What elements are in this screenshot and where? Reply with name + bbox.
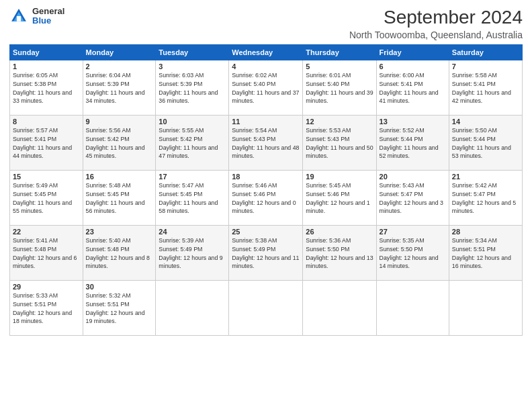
day-number: 24 — [159, 228, 226, 236]
day-number: 1 — [13, 62, 80, 71]
subtitle: North Toowoomba, Queensland, Australia — [349, 30, 523, 40]
day-info: Sunrise: 5:57 AMSunset: 5:41 PMDaylight:… — [13, 127, 72, 159]
table-row: 4 Sunrise: 6:02 AMSunset: 5:40 PMDayligh… — [229, 60, 303, 116]
day-number: 14 — [452, 118, 519, 126]
calendar-week-4: 22 Sunrise: 5:41 AMSunset: 5:48 PMDaylig… — [10, 226, 523, 281]
day-info: Sunrise: 5:33 AMSunset: 5:51 PMDaylight:… — [13, 292, 72, 324]
day-number: 27 — [380, 228, 446, 236]
day-info: Sunrise: 5:41 AMSunset: 5:48 PMDaylight:… — [13, 237, 77, 269]
page: General Blue September 2024 North Toowoo… — [0, 0, 532, 411]
table-row — [156, 281, 229, 336]
table-row: 29 Sunrise: 5:33 AMSunset: 5:51 PMDaylig… — [10, 281, 83, 336]
day-number: 16 — [86, 173, 153, 181]
logo-text: General Blue — [32, 7, 64, 26]
day-number: 4 — [232, 62, 300, 71]
table-row: 17 Sunrise: 5:47 AMSunset: 5:45 PMDaylig… — [156, 171, 229, 226]
col-saturday: Saturday — [449, 45, 522, 60]
day-info: Sunrise: 6:04 AMSunset: 5:39 PMDaylight:… — [86, 72, 145, 104]
day-number: 30 — [86, 283, 153, 291]
header: General Blue September 2024 North Toowoo… — [9, 7, 523, 40]
table-row: 26 Sunrise: 5:36 AMSunset: 5:50 PMDaylig… — [303, 226, 376, 281]
day-info: Sunrise: 5:47 AMSunset: 5:45 PMDaylight:… — [159, 182, 218, 214]
col-tuesday: Tuesday — [156, 45, 229, 60]
table-row: 19 Sunrise: 5:45 AMSunset: 5:46 PMDaylig… — [303, 171, 376, 226]
table-row: 21 Sunrise: 5:42 AMSunset: 5:47 PMDaylig… — [449, 171, 522, 226]
table-row: 22 Sunrise: 5:41 AMSunset: 5:48 PMDaylig… — [10, 226, 83, 281]
day-number: 5 — [306, 62, 373, 71]
month-title: September 2024 — [349, 7, 523, 28]
day-number: 2 — [86, 62, 153, 71]
table-row: 28 Sunrise: 5:34 AMSunset: 5:51 PMDaylig… — [449, 226, 522, 281]
day-number: 6 — [380, 62, 446, 71]
table-row: 20 Sunrise: 5:43 AMSunset: 5:47 PMDaylig… — [376, 171, 449, 226]
table-row: 15 Sunrise: 5:49 AMSunset: 5:45 PMDaylig… — [10, 171, 83, 226]
logo-blue-text: Blue — [32, 16, 64, 26]
col-sunday: Sunday — [10, 45, 83, 60]
day-info: Sunrise: 5:43 AMSunset: 5:47 PMDaylight:… — [380, 182, 443, 214]
day-number: 10 — [159, 118, 226, 126]
table-row — [449, 281, 522, 336]
day-number: 26 — [306, 228, 373, 236]
day-number: 22 — [13, 228, 80, 236]
day-number: 13 — [380, 118, 446, 126]
table-row: 24 Sunrise: 5:39 AMSunset: 5:49 PMDaylig… — [156, 226, 229, 281]
table-row: 9 Sunrise: 5:56 AMSunset: 5:42 PMDayligh… — [83, 116, 156, 171]
day-number: 12 — [306, 118, 373, 126]
day-number: 29 — [13, 283, 80, 291]
day-info: Sunrise: 5:32 AMSunset: 5:51 PMDaylight:… — [86, 292, 145, 324]
table-row: 16 Sunrise: 5:48 AMSunset: 5:45 PMDaylig… — [83, 171, 156, 226]
table-row: 1 Sunrise: 6:05 AMSunset: 5:38 PMDayligh… — [10, 60, 83, 116]
calendar-header-row: Sunday Monday Tuesday Wednesday Thursday… — [10, 45, 523, 60]
day-info: Sunrise: 5:50 AMSunset: 5:44 PMDaylight:… — [452, 127, 511, 159]
day-info: Sunrise: 5:39 AMSunset: 5:49 PMDaylight:… — [159, 237, 222, 269]
day-info: Sunrise: 5:56 AMSunset: 5:42 PMDaylight:… — [86, 127, 145, 159]
table-row: 13 Sunrise: 5:52 AMSunset: 5:44 PMDaylig… — [376, 116, 449, 171]
day-number: 9 — [86, 118, 153, 126]
day-info: Sunrise: 6:03 AMSunset: 5:39 PMDaylight:… — [159, 72, 218, 104]
day-info: Sunrise: 5:36 AMSunset: 5:50 PMDaylight:… — [306, 237, 373, 269]
table-row: 6 Sunrise: 6:00 AMSunset: 5:41 PMDayligh… — [376, 60, 449, 116]
day-info: Sunrise: 5:58 AMSunset: 5:41 PMDaylight:… — [452, 72, 511, 104]
day-number: 7 — [452, 62, 519, 71]
day-info: Sunrise: 5:52 AMSunset: 5:44 PMDaylight:… — [380, 127, 439, 159]
logo-icon — [9, 7, 28, 26]
table-row — [229, 281, 303, 336]
table-row: 12 Sunrise: 5:53 AMSunset: 5:43 PMDaylig… — [303, 116, 376, 171]
table-row: 5 Sunrise: 6:01 AMSunset: 5:40 PMDayligh… — [303, 60, 376, 116]
day-info: Sunrise: 5:45 AMSunset: 5:46 PMDaylight:… — [306, 182, 369, 214]
col-wednesday: Wednesday — [229, 45, 303, 60]
day-number: 21 — [452, 173, 519, 181]
day-number: 28 — [452, 228, 519, 236]
table-row: 14 Sunrise: 5:50 AMSunset: 5:44 PMDaylig… — [449, 116, 522, 171]
calendar-week-2: 8 Sunrise: 5:57 AMSunset: 5:41 PMDayligh… — [10, 116, 523, 171]
table-row: 23 Sunrise: 5:40 AMSunset: 5:48 PMDaylig… — [83, 226, 156, 281]
logo-general-text: General — [32, 7, 64, 16]
table-row: 30 Sunrise: 5:32 AMSunset: 5:51 PMDaylig… — [83, 281, 156, 336]
day-number: 8 — [13, 118, 80, 126]
day-info: Sunrise: 5:54 AMSunset: 5:43 PMDaylight:… — [232, 127, 299, 159]
table-row: 2 Sunrise: 6:04 AMSunset: 5:39 PMDayligh… — [83, 60, 156, 116]
day-info: Sunrise: 5:49 AMSunset: 5:45 PMDaylight:… — [13, 182, 72, 214]
table-row: 27 Sunrise: 5:35 AMSunset: 5:50 PMDaylig… — [376, 226, 449, 281]
day-info: Sunrise: 5:34 AMSunset: 5:51 PMDaylight:… — [452, 237, 511, 269]
calendar-week-5: 29 Sunrise: 5:33 AMSunset: 5:51 PMDaylig… — [10, 281, 523, 336]
day-number: 18 — [232, 173, 300, 181]
calendar-table: Sunday Monday Tuesday Wednesday Thursday… — [9, 44, 523, 336]
table-row: 8 Sunrise: 5:57 AMSunset: 5:41 PMDayligh… — [10, 116, 83, 171]
day-info: Sunrise: 5:55 AMSunset: 5:42 PMDaylight:… — [159, 127, 218, 159]
calendar-week-1: 1 Sunrise: 6:05 AMSunset: 5:38 PMDayligh… — [10, 60, 523, 116]
day-info: Sunrise: 6:00 AMSunset: 5:41 PMDaylight:… — [380, 72, 439, 104]
table-row: 11 Sunrise: 5:54 AMSunset: 5:43 PMDaylig… — [229, 116, 303, 171]
calendar-week-3: 15 Sunrise: 5:49 AMSunset: 5:45 PMDaylig… — [10, 171, 523, 226]
day-info: Sunrise: 5:48 AMSunset: 5:45 PMDaylight:… — [86, 182, 145, 214]
table-row — [376, 281, 449, 336]
day-number: 3 — [159, 62, 226, 71]
table-row: 18 Sunrise: 5:46 AMSunset: 5:46 PMDaylig… — [229, 171, 303, 226]
day-info: Sunrise: 6:01 AMSunset: 5:40 PMDaylight:… — [306, 72, 373, 104]
day-number: 20 — [380, 173, 446, 181]
col-monday: Monday — [83, 45, 156, 60]
day-info: Sunrise: 5:42 AMSunset: 5:47 PMDaylight:… — [452, 182, 516, 214]
day-info: Sunrise: 5:38 AMSunset: 5:49 PMDaylight:… — [232, 237, 299, 269]
day-number: 17 — [159, 173, 226, 181]
day-info: Sunrise: 5:40 AMSunset: 5:48 PMDaylight:… — [86, 237, 150, 269]
